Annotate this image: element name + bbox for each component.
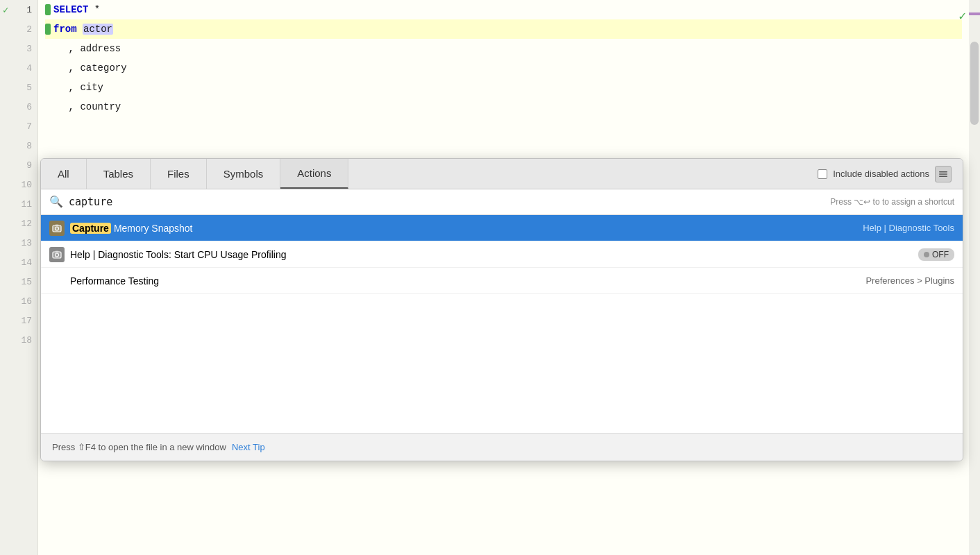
line-number-18: 18 <box>0 330 37 350</box>
result-item-0[interactable]: Capture Memory Snapshot Help | Diagnosti… <box>41 215 963 241</box>
scrollbar-thumb[interactable] <box>970 42 979 125</box>
line-number-1: ✓ 1 <box>0 0 37 19</box>
line-number-2: 2 <box>0 19 37 39</box>
svg-rect-8 <box>56 250 59 252</box>
include-disabled-label: Include disabled actions <box>833 169 929 179</box>
line-number-5: 5 <box>0 78 37 97</box>
keyword-from: from <box>53 24 77 35</box>
line-number-3: 3 <box>0 39 37 58</box>
line-number-14: 14 <box>0 253 37 272</box>
line-number-7: 7 <box>0 117 37 136</box>
result-highlight-0: Capture <box>70 223 111 234</box>
camera-icon <box>52 223 62 233</box>
result-label-2: Performance Testing <box>70 275 159 287</box>
result-text-1: Help | Diagnostic Tools: Start CPU Usage… <box>70 249 913 260</box>
keyword-select: SELECT <box>53 4 88 15</box>
editor-scrollbar[interactable] <box>969 0 980 555</box>
bottom-tip-text: Press ⇧F4 to open the file in a new wind… <box>52 442 226 452</box>
tab-files[interactable]: Files <box>151 159 207 189</box>
check-icon-1: ✓ <box>3 4 8 16</box>
tabs-spacer <box>348 159 818 189</box>
line-number-6: 6 <box>0 97 37 117</box>
next-tip-link[interactable]: Next Tip <box>232 442 265 452</box>
result-icon-camera <box>49 221 65 236</box>
line-number-10: 10 <box>0 175 37 194</box>
off-label: OFF <box>932 250 949 259</box>
svg-rect-0 <box>939 171 947 173</box>
svg-rect-5 <box>56 224 59 225</box>
line-number-4: 4 <box>0 58 37 78</box>
line-number-13: 13 <box>0 233 37 253</box>
result-icon-profiler <box>49 247 65 262</box>
include-disabled-section: Include disabled actions <box>818 159 963 189</box>
code-line-5: , city <box>45 78 962 97</box>
shortcut-hint: Press ⌥↩ to to assign a shortcut <box>830 197 954 207</box>
line-number-12: 12 <box>0 214 37 233</box>
code-line-3: , address <box>45 39 962 58</box>
profiler-icon <box>52 250 62 259</box>
tab-symbols[interactable]: Symbols <box>207 159 281 189</box>
line-number-8: 8 <box>0 136 37 155</box>
code-line-8 <box>45 136 962 155</box>
code-line-6: , country <box>45 97 962 117</box>
result-location-0: Help | Diagnostic Tools <box>863 223 954 233</box>
code-line-7 <box>45 117 962 136</box>
result-item-1[interactable]: Help | Diagnostic Tools: Start CPU Usage… <box>41 241 963 268</box>
svg-rect-6 <box>53 252 61 258</box>
line2-bookmark <box>45 24 51 35</box>
line-number-11: 11 <box>0 194 37 214</box>
svg-rect-1 <box>939 173 947 175</box>
result-label-1: Help | Diagnostic Tools: Start CPU Usage… <box>70 249 287 260</box>
off-badge: OFF <box>918 248 954 261</box>
actor-identifier: actor <box>83 24 113 35</box>
line-number-17: 17 <box>0 311 37 330</box>
line1-bookmark <box>45 4 51 15</box>
line-numbers: ✓ 1 2 3 4 5 6 7 8 9 10 11 12 13 14 15 16… <box>0 0 38 555</box>
svg-rect-2 <box>939 176 947 177</box>
scrollbar-marker <box>969 12 980 15</box>
line-number-15: 15 <box>0 272 37 291</box>
settings-icon <box>938 169 948 179</box>
empty-results <box>41 294 963 433</box>
line-number-9: 9 <box>0 155 37 175</box>
bottom-bar: Press ⇧F4 to open the file in a new wind… <box>41 433 963 461</box>
results-area: Capture Memory Snapshot Help | Diagnosti… <box>41 215 963 433</box>
result-text-2: Performance Testing <box>70 275 860 287</box>
settings-icon-button[interactable] <box>935 166 952 182</box>
top-right-check-icon: ✓ <box>958 8 966 24</box>
code-line-4: , category <box>45 58 962 78</box>
svg-rect-3 <box>53 225 61 232</box>
result-text-0: Capture Memory Snapshot <box>70 223 857 234</box>
actions-popup: All Tables Files Symbols Actions Include… <box>40 158 963 461</box>
tab-tables[interactable]: Tables <box>87 159 151 189</box>
tabs-row: All Tables Files Symbols Actions Include… <box>41 159 963 189</box>
include-disabled-checkbox[interactable] <box>818 169 827 179</box>
tab-all[interactable]: All <box>41 159 87 189</box>
search-icon: 🔍 <box>49 195 63 209</box>
result-location-2: Preferences > Plugins <box>865 275 954 286</box>
off-dot <box>924 252 929 257</box>
tab-actions[interactable]: Actions <box>280 159 348 189</box>
search-row: 🔍 Press ⌥↩ to to assign a shortcut <box>41 189 963 215</box>
code-line-1: SELECT * <box>45 0 962 19</box>
search-input[interactable] <box>69 196 825 208</box>
line-number-16: 16 <box>0 291 37 311</box>
result-item-2[interactable]: Performance Testing Preferences > Plugin… <box>41 268 963 294</box>
code-line-2: from actor <box>45 19 962 39</box>
result-label-0: Memory Snapshot <box>114 223 193 234</box>
